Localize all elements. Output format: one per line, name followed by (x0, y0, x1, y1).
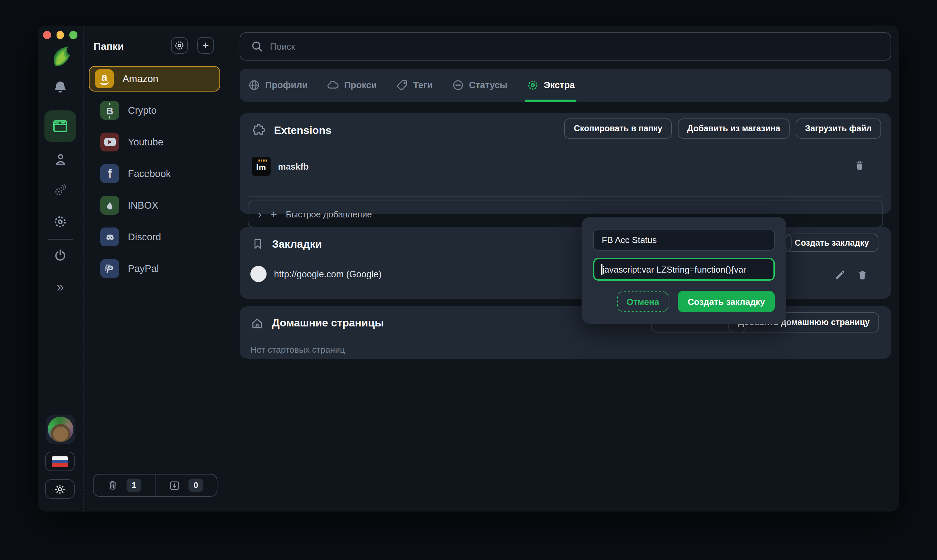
add-folder-button[interactable]: + (197, 37, 214, 54)
add-from-store-button[interactable]: Добавить из магазина (678, 118, 789, 138)
russian-flag-icon (52, 456, 68, 467)
folders-archive-button[interactable]: 0 (155, 474, 217, 496)
plus-icon: + (270, 208, 277, 220)
delete-bookmark-button[interactable] (856, 269, 868, 282)
browser-window-icon (52, 118, 69, 135)
tab-statuses[interactable]: Статусы (450, 69, 509, 102)
folders-trash-button[interactable]: 1 (94, 474, 155, 496)
sidebar: » (38, 26, 83, 512)
expand-sidebar-icon[interactable]: » (38, 281, 83, 294)
cloud-icon (326, 79, 339, 92)
bookmark-icon (252, 237, 264, 251)
cancel-button[interactable]: Отмена (617, 291, 668, 312)
desktop-background: » Папки + a (0, 0, 937, 560)
delete-extension-button[interactable] (854, 159, 866, 172)
tab-proxies[interactable]: Прокси (325, 69, 378, 102)
inbox-folder-icon (100, 196, 119, 215)
bookmarks-title: Закладки (252, 237, 322, 251)
window-close-button[interactable] (43, 31, 51, 39)
archive-icon (169, 480, 180, 491)
puzzle-icon (252, 123, 266, 137)
trash-icon (107, 479, 118, 491)
power-icon[interactable] (38, 248, 83, 263)
folder-item-crypto[interactable]: B Crypto (89, 98, 220, 123)
amazon-folder-icon: a (95, 69, 114, 88)
search-input[interactable] (240, 33, 891, 60)
homepages-section: Домашние страницы Добавить домашнюю стра… (240, 306, 891, 359)
settings-gear-icon[interactable] (38, 214, 83, 229)
folders-panel: Папки + a Amazon B Crypto Youtube f Face… (83, 26, 240, 512)
globe-icon (248, 79, 260, 92)
create-bookmark-button[interactable]: Создать закладку (785, 234, 879, 252)
profile-person-icon[interactable] (38, 152, 83, 167)
folder-item-amazon[interactable]: a Amazon (89, 66, 220, 92)
homepages-empty-text: Нет стартовых страниц (251, 345, 345, 355)
upload-file-button[interactable]: Загрузить файл (795, 118, 881, 138)
sun-icon (54, 483, 66, 495)
extensions-divider (249, 196, 882, 197)
extensions-actions: Скопировать в папку Добавить из магазина… (565, 118, 881, 138)
folders-panel-title: Папки (94, 40, 124, 52)
facebook-folder-icon: f (100, 164, 119, 183)
status-dots-icon (452, 79, 465, 92)
archive-count-badge: 0 (188, 478, 203, 492)
folders-bottom-bar: 1 0 (93, 474, 217, 497)
bookmarks-section: Закладки Создать закладку http://google.… (240, 227, 891, 299)
trash-count-badge: 1 (126, 478, 142, 492)
quick-add-panel[interactable]: › + Быстрое добавление (248, 201, 883, 228)
window-zoom-button[interactable] (69, 31, 77, 39)
gear-icon (174, 40, 185, 51)
window-minimize-button[interactable] (56, 31, 64, 39)
youtube-folder-icon (100, 132, 119, 151)
crypto-folder-icon: B (100, 101, 119, 120)
avatar-image (48, 417, 73, 442)
automation-gears-icon[interactable] (38, 182, 83, 197)
folder-item-paypal[interactable]: P PayPal (89, 256, 220, 282)
home-icon (251, 316, 264, 330)
extensions-section: Extensions Скопировать в папку Добавить … (240, 113, 891, 214)
extension-list-item: lm maskfb (252, 157, 309, 176)
popup-actions: Отмена Создать закладку (617, 291, 775, 312)
search-bar (240, 32, 891, 61)
bookmark-list-item: http://google.com (Google) (251, 266, 382, 282)
chevron-right-icon: › (258, 208, 262, 220)
tab-extra[interactable]: Экстра (525, 69, 576, 102)
pencil-icon (833, 269, 846, 282)
text-caret (601, 264, 602, 275)
sidebar-item-browser-profiles[interactable] (45, 111, 76, 142)
theme-toggle-button[interactable] (45, 479, 75, 499)
app-window: » Папки + a (38, 26, 899, 512)
extensions-title: Extensions (252, 123, 332, 137)
submit-create-bookmark-button[interactable]: Создать закладку (678, 291, 775, 312)
trash-icon (854, 159, 866, 172)
trash-icon (856, 269, 868, 282)
folder-item-youtube[interactable]: Youtube (89, 129, 220, 155)
app-logo (38, 45, 83, 69)
discord-folder-icon (100, 228, 119, 246)
bookmark-url-input[interactable]: javascript:var LZString=function(){var (593, 258, 775, 281)
tab-tags[interactable]: Теги (394, 69, 434, 102)
folders-settings-button[interactable] (171, 37, 188, 54)
paypal-folder-icon: P (100, 259, 119, 278)
language-flag-button[interactable] (45, 452, 75, 471)
maskfb-extension-icon: lm (252, 157, 271, 176)
folder-item-discord[interactable]: Discord (89, 224, 220, 250)
bookmark-name-input[interactable]: FB Acc Status (593, 229, 775, 251)
main-content: Профили Прокси Теги (240, 26, 891, 512)
user-avatar[interactable] (46, 415, 75, 444)
edit-bookmark-button[interactable] (833, 269, 846, 282)
green-gear-icon (526, 79, 539, 92)
copy-to-folder-button[interactable]: Скопировать в папку (565, 118, 672, 138)
bookmark-favicon (251, 266, 266, 282)
folder-item-inbox[interactable]: INBOX (89, 192, 220, 218)
notifications-bell-icon[interactable] (38, 79, 83, 94)
homepages-title: Домашние страницы (251, 316, 384, 330)
tag-icon (396, 79, 409, 92)
folder-item-facebook[interactable]: f Facebook (89, 161, 220, 186)
tabs-bar: Профили Прокси Теги (240, 69, 891, 102)
tab-profiles[interactable]: Профили (246, 69, 309, 102)
create-bookmark-popup: FB Acc Status javascript:var LZString=fu… (582, 217, 786, 324)
sidebar-divider (48, 239, 73, 240)
